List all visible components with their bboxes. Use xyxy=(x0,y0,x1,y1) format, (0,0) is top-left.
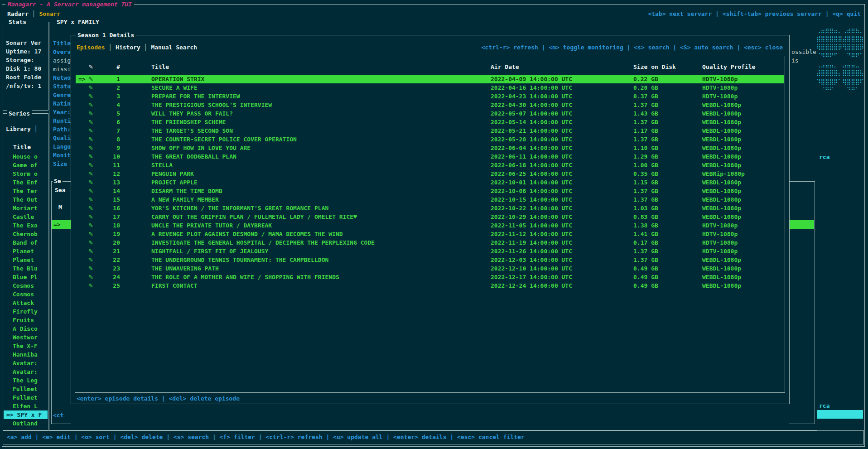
episode-row[interactable]: ✎13PROJECT APPLE2022-10-01 14:00:00 UTC1… xyxy=(76,178,784,187)
library-series-item[interactable]: Elfen L xyxy=(4,402,48,410)
episode-row[interactable]: ✎2SECURE A WIFE2022-04-16 14:00:00 UTC0.… xyxy=(76,83,784,92)
episodes-table-header: ✎ # Title Air Date Size on Disk Quality … xyxy=(76,63,784,71)
episode-row[interactable]: ✎7THE TARGET'S SECOND SON2022-05-21 14:0… xyxy=(76,126,784,135)
tab-radarr[interactable]: Radarr xyxy=(7,10,29,17)
episode-row[interactable]: ✎17CARRY OUT THE GRIFFIN PLAN / FULLMETA… xyxy=(76,212,784,221)
tab-history[interactable]: History xyxy=(116,44,140,51)
library-series-item[interactable]: Avatar: xyxy=(4,359,48,367)
episodes-table: ✎ # Title Air Date Size on Disk Quality … xyxy=(75,56,785,393)
episode-air-date: 2022-11-26 14:00:00 UTC xyxy=(491,247,572,256)
seasons-selected-row-fragment[interactable]: => xyxy=(52,220,72,229)
tab-episodes[interactable]: Episodes xyxy=(77,44,105,51)
episode-row[interactable]: ✎8THE COUNTER-SECRET POLICE COVER OPERAT… xyxy=(76,135,784,144)
library-series-item[interactable]: Outland xyxy=(4,419,48,428)
edit-pencil-icon: ✎ xyxy=(88,187,93,195)
library-series-item[interactable]: The Exo xyxy=(4,221,48,230)
episode-row[interactable]: ✎5WILL THEY PASS OR FAIL?2022-05-07 14:0… xyxy=(76,109,784,118)
library-series-item[interactable]: Chernob xyxy=(4,230,48,238)
edit-pencil-icon: ✎ xyxy=(88,264,93,273)
episode-row[interactable]: ✎21NIGHTFALL / FIRST FIT OF JEALOUSY2022… xyxy=(76,247,784,256)
series-details-fields: TitleOvervassigmissiNetwoStatuGenreRatin… xyxy=(53,39,73,168)
episode-row[interactable]: ✎11STELLA2022-06-18 14:00:00 UTC1.00 GBW… xyxy=(76,161,784,169)
episode-row[interactable]: ✎25FIRST CONTACT2022-12-24 14:00:00 UTC0… xyxy=(76,281,784,290)
edit-pencil-icon: ✎ xyxy=(88,169,93,178)
library-series-item[interactable]: The Out xyxy=(4,195,48,204)
library-series-item[interactable]: The Enf xyxy=(4,178,48,187)
episode-air-date: 2022-04-23 14:00:00 UTC xyxy=(491,92,572,101)
episode-quality: HDTV-1080p xyxy=(702,221,738,230)
edit-pencil-icon: ✎ xyxy=(88,63,93,71)
episode-row[interactable]: ✎3PREPARE FOR THE INTERVIEW2022-04-23 14… xyxy=(76,92,784,101)
episode-row[interactable]: ✎12PENGUIN PARK2022-06-25 14:00:00 UTC0.… xyxy=(76,169,784,178)
stats-panel-title: Stats xyxy=(7,18,28,26)
library-series-item[interactable]: Firefly xyxy=(4,307,48,316)
library-series-item[interactable]: Cosmos xyxy=(4,281,48,290)
episode-row[interactable]: ✎14DISARM THE TIME BOMB2022-10-08 14:00:… xyxy=(76,187,784,195)
episode-title: THE UNDERGROUND TENNIS TOURNAMENT: THE C… xyxy=(151,256,328,264)
library-series-item[interactable]: Blue Pl xyxy=(4,273,48,281)
episode-size: 1.38 GB xyxy=(633,221,658,230)
library-series-item[interactable]: Fullmet xyxy=(4,385,48,393)
library-series-item[interactable]: Hanniba xyxy=(4,350,48,359)
episode-row[interactable]: ✎23THE UNWAVERING PATH2022-12-10 14:00:0… xyxy=(76,264,784,273)
library-series-item[interactable]: A Disco xyxy=(4,324,48,333)
episode-title: WILL THEY PASS OR FAIL? xyxy=(151,109,233,118)
library-series-item[interactable]: The Leg xyxy=(4,376,48,385)
braille-art-line: ⣼⣿⣿⣿⣿⡄⣿⣿⣿⣿⣧ xyxy=(816,68,864,77)
tab-library[interactable]: Library xyxy=(6,126,31,132)
library-series-item[interactable]: Castle xyxy=(4,212,48,221)
episode-number: 5 xyxy=(105,109,120,118)
library-series-item[interactable]: Planet xyxy=(4,247,48,256)
seasons-keybinds-fragment: <ct xyxy=(53,411,63,420)
episode-row[interactable]: ✎20INVESTIGATE THE GENERAL HOSPITAL / DE… xyxy=(76,238,784,247)
episode-row[interactable]: ✎10THE GREAT DODGEBALL PLAN2022-06-11 14… xyxy=(76,152,784,161)
episode-title: DISARM THE TIME BOMB xyxy=(151,187,222,195)
episode-number: 20 xyxy=(105,238,120,247)
episode-row[interactable]: ✎15A NEW FAMILY MEMBER2022-10-15 14:00:0… xyxy=(76,195,784,204)
episode-size: 0.49 GB xyxy=(633,273,658,281)
library-series-item[interactable]: House o xyxy=(4,152,48,161)
episode-size: 1.37 GB xyxy=(633,135,658,144)
library-series-item[interactable]: => SPY x F xyxy=(4,410,48,419)
episode-row[interactable]: ✎18UNCLE THE PRIVATE TUTOR / DAYBREAK202… xyxy=(76,221,784,230)
episode-size: 1.37 GB xyxy=(633,187,658,195)
library-series-item[interactable]: Band of xyxy=(4,238,48,247)
library-series-item[interactable]: Moriart xyxy=(4,204,48,212)
library-series-item[interactable]: Avatar: xyxy=(4,367,48,376)
braille-art-line: ⢀⣤⣶⣶⣤⡀⢀⣴⣶⣦⡀ xyxy=(816,25,864,34)
episode-row[interactable]: ✎24THE ROLE OF A MOTHER AND WIFE / SHOPP… xyxy=(76,273,784,281)
episode-row[interactable]: ✎22THE UNDERGROUND TENNIS TOURNAMENT: TH… xyxy=(76,256,784,264)
episode-row[interactable]: ✎19A REVENGE PLOT AGAINST DESMOND / MAMA… xyxy=(76,230,784,238)
episode-quality: WEBRip-1080p xyxy=(702,169,745,178)
library-series-item[interactable]: Westwor xyxy=(4,333,48,342)
library-series-item[interactable]: The Blu xyxy=(4,264,48,273)
episode-quality: WEBDL-1080p xyxy=(702,161,741,169)
episode-quality: WEBDL-1080p xyxy=(702,256,741,264)
library-series-item[interactable]: Storm o xyxy=(4,169,48,178)
library-series-item[interactable]: Planet xyxy=(4,256,48,264)
edit-pencil-icon: ✎ xyxy=(88,135,93,144)
edit-pencil-icon: ✎ xyxy=(88,212,93,221)
episode-number: 4 xyxy=(105,101,120,109)
edit-pencil-icon: ✎ xyxy=(88,247,93,256)
library-series-item[interactable]: Fruits xyxy=(4,316,48,324)
library-series-item[interactable]: Attack xyxy=(4,299,48,307)
library-series-item[interactable]: The X-F xyxy=(4,342,48,350)
episode-quality: HDTV-1080p xyxy=(702,83,738,92)
episode-size: 1.37 GB xyxy=(633,118,658,126)
tab-manual-search[interactable]: Manual Search xyxy=(151,44,197,51)
library-series-item[interactable]: The Ter xyxy=(4,187,48,195)
library-series-item[interactable]: Fullmet xyxy=(4,393,48,402)
episode-row[interactable]: ✎16YOR'S KITCHEN / THE INFORMANT'S GREAT… xyxy=(76,204,784,212)
library-series-item[interactable]: Cosmos xyxy=(4,290,48,299)
column-header-air-date: Air Date xyxy=(491,63,519,71)
episode-row[interactable]: =>✎1OPERATION STRIX2022-04-09 14:00:00 U… xyxy=(76,75,784,83)
episode-row[interactable]: ✎6THE FRIENDSHIP SCHEME2022-05-14 14:00:… xyxy=(76,118,784,126)
episode-title: A NEW FAMILY MEMBER xyxy=(151,195,219,204)
braille-art-line: ⠈⠻⠿⠟⠋⠀⠀⠙⠿⠟⠁ xyxy=(816,51,864,60)
episode-title: THE ROLE OF A MOTHER AND WIFE / SHOPPING… xyxy=(151,273,339,281)
episode-row[interactable]: ✎9SHOW OFF HOW IN LOVE YOU ARE2022-06-04… xyxy=(76,144,784,152)
library-series-item[interactable]: Game of xyxy=(4,161,48,169)
episode-row[interactable]: ✎4THE PRESTIGIOUS SCHOOL'S INTERVIEW2022… xyxy=(76,101,784,109)
tab-sonarr[interactable]: Sonarr xyxy=(39,10,60,17)
